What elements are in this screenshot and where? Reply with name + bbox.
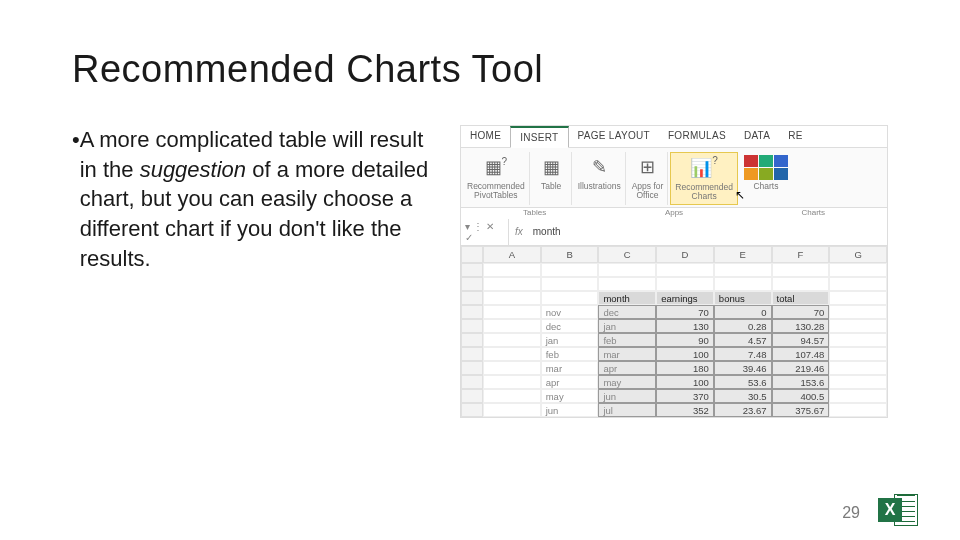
cell[interactable]	[829, 263, 887, 277]
cell[interactable]	[772, 277, 830, 291]
cell[interactable]: jan	[541, 333, 599, 347]
row-header[interactable]	[461, 263, 483, 277]
sel-cell[interactable]: 70	[656, 305, 714, 319]
ribbon-illustrations[interactable]: ✎ Illustrations	[574, 152, 626, 205]
cell[interactable]	[541, 291, 599, 305]
sel-cell[interactable]: mar	[598, 347, 656, 361]
sel-cell[interactable]: 23.67	[714, 403, 772, 417]
sel-cell[interactable]: apr	[598, 361, 656, 375]
row-header[interactable]	[461, 375, 483, 389]
row-header[interactable]	[461, 305, 483, 319]
cell[interactable]: apr	[541, 375, 599, 389]
row-header[interactable]	[461, 319, 483, 333]
ribbon-tab-page-layout[interactable]: PAGE LAYOUT	[569, 126, 659, 147]
col-header[interactable]: F	[772, 246, 830, 263]
sel-header-cell[interactable]: total	[772, 291, 830, 305]
cell[interactable]	[829, 347, 887, 361]
cell[interactable]	[829, 389, 887, 403]
ribbon-charts-gallery[interactable]: Charts	[740, 152, 792, 205]
cell[interactable]	[483, 305, 541, 319]
cell[interactable]	[483, 263, 541, 277]
cell[interactable]	[829, 361, 887, 375]
ribbon-tab-insert[interactable]: INSERT	[510, 126, 568, 148]
cell[interactable]	[598, 277, 656, 291]
ribbon-tab-home[interactable]: HOME	[461, 126, 510, 147]
cell[interactable]: mar	[541, 361, 599, 375]
ribbon-recommended-pivottables[interactable]: ▦? Recommended PivotTables	[463, 152, 530, 205]
sel-cell[interactable]: 153.6	[772, 375, 830, 389]
ribbon-table[interactable]: ▦ Table	[532, 152, 572, 205]
sel-cell[interactable]: 219.46	[772, 361, 830, 375]
row-header[interactable]	[461, 389, 483, 403]
sel-cell[interactable]: 53.6	[714, 375, 772, 389]
cell[interactable]	[483, 389, 541, 403]
row-header[interactable]	[461, 361, 483, 375]
ribbon-recommended-charts[interactable]: 📊? Recommended Charts ↖	[670, 152, 738, 205]
col-header[interactable]: E	[714, 246, 772, 263]
sel-header-cell[interactable]: earnings	[656, 291, 714, 305]
cell[interactable]: feb	[541, 347, 599, 361]
cell[interactable]	[772, 263, 830, 277]
sel-header-cell[interactable]: month	[598, 291, 656, 305]
sel-cell[interactable]: 130.28	[772, 319, 830, 333]
cell[interactable]	[483, 347, 541, 361]
ribbon-tab-data[interactable]: DATA	[735, 126, 779, 147]
col-header[interactable]: G	[829, 246, 887, 263]
name-box[interactable]: ▾ ⋮ ✕ ✓	[461, 219, 509, 245]
sel-cell[interactable]: 0	[714, 305, 772, 319]
cell[interactable]	[483, 291, 541, 305]
cell[interactable]	[714, 263, 772, 277]
cell[interactable]	[483, 319, 541, 333]
sel-cell[interactable]: jul	[598, 403, 656, 417]
cell[interactable]	[656, 263, 714, 277]
ribbon-tab-formulas[interactable]: FORMULAS	[659, 126, 735, 147]
col-header[interactable]: C	[598, 246, 656, 263]
ribbon-apps-for-office[interactable]: ⊞ Apps for Office	[628, 152, 669, 205]
cell[interactable]	[829, 305, 887, 319]
worksheet-grid[interactable]: ABCDEFGmonthearningsbonustotalnovdec7007…	[461, 246, 887, 417]
sel-cell[interactable]: may	[598, 375, 656, 389]
sel-cell[interactable]: 30.5	[714, 389, 772, 403]
cell[interactable]	[829, 277, 887, 291]
col-header[interactable]: A	[483, 246, 541, 263]
sel-header-cell[interactable]: bonus	[714, 291, 772, 305]
cell[interactable]	[483, 361, 541, 375]
sel-cell[interactable]: jun	[598, 389, 656, 403]
select-all-corner[interactable]	[461, 246, 483, 263]
row-header[interactable]	[461, 403, 483, 417]
sel-cell[interactable]: 39.46	[714, 361, 772, 375]
cell[interactable]: may	[541, 389, 599, 403]
cell[interactable]: jun	[541, 403, 599, 417]
cell[interactable]	[829, 403, 887, 417]
row-header[interactable]	[461, 291, 483, 305]
cell[interactable]	[598, 263, 656, 277]
row-header[interactable]	[461, 333, 483, 347]
sel-cell[interactable]: 70	[772, 305, 830, 319]
sel-cell[interactable]: jan	[598, 319, 656, 333]
sel-cell[interactable]: 180	[656, 361, 714, 375]
cell[interactable]	[829, 319, 887, 333]
formula-bar[interactable]: ▾ ⋮ ✕ ✓ fx month	[461, 219, 887, 246]
cell[interactable]: dec	[541, 319, 599, 333]
sel-cell[interactable]: dec	[598, 305, 656, 319]
cell[interactable]	[829, 291, 887, 305]
cell[interactable]	[483, 277, 541, 291]
cell[interactable]	[483, 375, 541, 389]
sel-cell[interactable]: 90	[656, 333, 714, 347]
sel-cell[interactable]: feb	[598, 333, 656, 347]
sel-cell[interactable]: 130	[656, 319, 714, 333]
sel-cell[interactable]: 4.57	[714, 333, 772, 347]
formula-value[interactable]: month	[529, 224, 565, 239]
sel-cell[interactable]: 94.57	[772, 333, 830, 347]
sel-cell[interactable]: 352	[656, 403, 714, 417]
sel-cell[interactable]: 400.5	[772, 389, 830, 403]
col-header[interactable]: B	[541, 246, 599, 263]
sel-cell[interactable]: 107.48	[772, 347, 830, 361]
cell[interactable]	[829, 333, 887, 347]
cell[interactable]	[714, 277, 772, 291]
col-header[interactable]: D	[656, 246, 714, 263]
cell[interactable]	[483, 333, 541, 347]
sel-cell[interactable]: 370	[656, 389, 714, 403]
cell[interactable]	[829, 375, 887, 389]
row-header[interactable]	[461, 347, 483, 361]
